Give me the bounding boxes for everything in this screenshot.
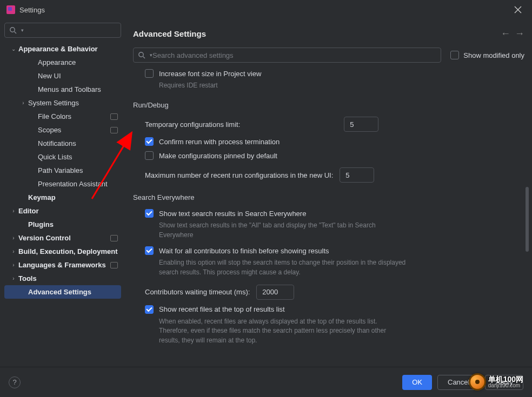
title-bar: Settings [0,0,532,19]
page-title: Advanced Settings [133,29,206,38]
search-icon [138,51,145,59]
chevron-down-icon: ▾ [21,28,24,33]
window-title: Settings [19,6,45,14]
temp-config-label: Temporary configurations limit: [145,120,240,129]
tree-item-label: Quick Lists [38,153,118,161]
increase-font-checkbox[interactable] [145,69,154,78]
tree-item-label: Version Control [18,234,110,242]
show-recent-label: Show recent files at the top of results … [159,305,285,313]
help-button[interactable]: ? [9,376,21,388]
tree-item-label: New UI [38,72,118,80]
tree-item-label: Appearance [38,58,118,66]
ok-button[interactable]: OK [402,375,432,390]
settings-filter-input[interactable] [152,51,436,59]
make-pinned-label: Make configurations pinned by default [159,152,277,160]
tree-item-label: Presentation Assistant [38,180,118,188]
tree-item-label: Plugins [28,220,118,228]
tree-item[interactable]: New UI [4,69,121,83]
close-icon [514,6,522,14]
settings-filter-search[interactable]: ▾ [133,48,441,63]
tree-item[interactable]: Plugins [4,218,121,231]
chevron-icon: › [18,100,28,106]
tree-item-label: Tools [18,274,118,282]
tree-item[interactable]: ›Tools [4,272,121,285]
tree-item-label: Keymap [28,193,118,201]
chevron-icon: › [9,248,18,254]
temp-config-input[interactable] [344,117,378,132]
wait-contrib-label: Wait for all contributors to finish befo… [159,247,329,255]
content-panel: Advanced Settings ← → ▾ Show modified on… [124,19,532,367]
chevron-icon: › [9,208,18,214]
chevron-icon: › [9,235,18,241]
contrib-timeout-input[interactable] [256,285,294,300]
tree-item-label: Languages & Frameworks [18,261,110,269]
tree-item[interactable]: Scopes [4,123,121,137]
chevron-icon: › [9,262,18,268]
tree-item-label: Appearance & Behavior [18,45,118,53]
tree-item[interactable]: Presentation Assistant [4,177,121,191]
tree-item[interactable]: Menus and Toolbars [4,83,121,96]
close-button[interactable] [510,2,526,17]
tree-item[interactable]: ›Languages & Frameworks [4,258,121,272]
chevron-icon: › [9,275,18,281]
show-text-search-hint: Show text search results in the "All" ta… [159,221,408,240]
tree-item-label: Advanced Settings [28,288,118,296]
tree-item[interactable]: ›System Settings [4,96,121,110]
max-recent-label: Maximum number of recent run configurati… [145,171,333,179]
tree-item-label: Scopes [38,126,110,134]
svg-point-0 [10,28,15,32]
settings-tree: ⌄Appearance & BehaviorAppearanceNew UIMe… [4,42,121,364]
tree-item[interactable]: Quick Lists [4,150,121,164]
increase-font-label: Increase font size in Project view [159,70,261,78]
max-recent-input[interactable] [340,167,374,183]
wait-contrib-hint: Enabling this option will stop the searc… [159,258,408,277]
make-pinned-checkbox[interactable] [145,151,154,160]
tree-item-label: Build, Execution, Deployment [18,247,118,255]
tree-item-label: Path Variables [38,166,118,174]
tree-item[interactable]: Appearance [4,56,121,69]
show-modified-checkbox[interactable] [450,51,459,59]
project-badge-icon [110,113,118,120]
chevron-icon: ⌄ [9,46,18,52]
app-icon [6,5,15,14]
watermark: 单机100网 danji100.com [469,373,523,391]
tree-item[interactable]: File Colors [4,110,121,123]
watermark-cn: 单机100网 [488,375,523,383]
tree-item[interactable]: Keymap [4,191,121,204]
watermark-url: danji100.com [488,383,523,388]
confirm-rerun-checkbox[interactable] [145,137,154,146]
tree-item[interactable]: Notifications [4,137,121,150]
project-badge-icon [110,127,118,133]
sidebar: ▾ ⌄Appearance & BehaviorAppearanceNew UI… [0,19,124,367]
show-recent-hint: When enabled, recent files are always di… [159,317,408,345]
tree-item-label: File Colors [38,112,110,120]
tree-item[interactable]: ›Version Control [4,231,121,245]
tree-item[interactable]: ›Build, Execution, Deployment [4,245,121,258]
search-icon [9,26,17,34]
tree-item-label: Notifications [38,139,118,147]
tree-item[interactable]: ›Editor [4,204,121,218]
scrollbar-track[interactable] [524,79,529,361]
tree-item-label: Editor [18,207,118,215]
show-text-search-checkbox[interactable] [145,209,154,218]
increase-font-hint: Requires IDE restart [159,81,408,90]
settings-scroll-area[interactable]: Increase font size in Project view Requi… [133,69,524,367]
tree-item[interactable]: ⌄Appearance & Behavior [4,42,121,56]
tree-item-label: Menus and Toolbars [38,85,118,93]
nav-forward-button[interactable]: → [515,28,524,39]
section-run-debug: Run/Debug [133,101,508,109]
confirm-rerun-label: Confirm rerun with process termination [159,138,280,146]
show-modified-only[interactable]: Show modified only [450,51,524,59]
tree-item[interactable]: Advanced Settings [4,285,121,299]
scrollbar-thumb[interactable] [526,187,529,252]
wait-contrib-checkbox[interactable] [145,246,154,255]
tree-item[interactable]: Path Variables [4,164,121,177]
contrib-timeout-label: Contributors waiting timeout (ms): [145,288,250,296]
show-recent-checkbox[interactable] [145,305,154,314]
show-modified-label: Show modified only [463,51,524,59]
nav-back-button[interactable]: ← [501,28,510,39]
watermark-logo [469,373,486,391]
sidebar-search[interactable]: ▾ [4,23,121,38]
section-search-everywhere: Search Everywhere [133,193,508,201]
project-badge-icon [110,262,118,268]
